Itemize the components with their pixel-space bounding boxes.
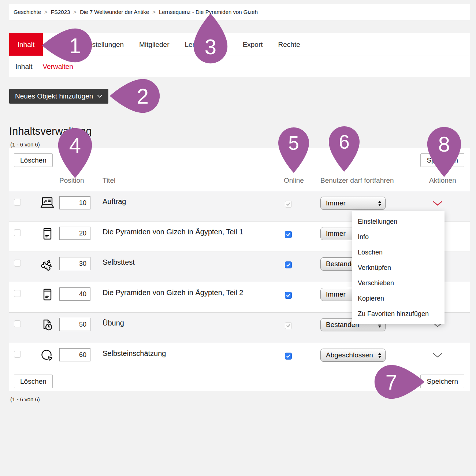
learning-module-icon (39, 286, 56, 303)
column-header-title: Titel (103, 176, 115, 185)
position-input[interactable] (59, 257, 90, 270)
row-select-checkbox[interactable] (14, 229, 21, 236)
page: Geschichte > FS2023 > Die 7 Weltwunder d… (0, 0, 476, 476)
select-stepper-icon (378, 353, 381, 358)
menu-item-verschieben[interactable]: Verschieben (352, 275, 445, 291)
marker-number: 7 (371, 362, 412, 402)
proceed-select-value: Abgeschlossen (326, 351, 373, 359)
delete-button-bottom[interactable]: Löschen (14, 375, 53, 388)
row-select-checkbox[interactable] (14, 351, 21, 358)
tab-mitglieder[interactable]: Mitglieder (131, 33, 177, 56)
online-checkbox[interactable] (285, 201, 292, 208)
marker-number: 8 (424, 124, 464, 164)
actions-dropdown-menu: Einstellungen Info Löschen Verknüpfen Ve… (352, 211, 445, 324)
item-title: Die Pyramiden von Gizeh in Ägypten, Teil… (103, 228, 243, 236)
breadcrumb-separator: > (73, 9, 77, 15)
online-checkbox[interactable] (285, 353, 292, 360)
add-new-object-button[interactable]: Neues Objekt hinzufügen (9, 89, 108, 104)
menu-item-loeschen[interactable]: Löschen (352, 245, 445, 260)
delete-button-top[interactable]: Löschen (14, 153, 53, 167)
tab-rechte[interactable]: Rechte (271, 33, 308, 56)
assignment-laptop-icon (39, 195, 56, 212)
row-select-checkbox[interactable] (14, 260, 21, 267)
item-title: Die Pyramiden von Gizeh in Ägypten, Teil… (103, 289, 243, 297)
tab-inhalt[interactable]: Inhalt (9, 33, 43, 56)
proceed-select[interactable]: Abgeschlossen (320, 349, 386, 362)
chevron-down-icon (97, 94, 103, 98)
menu-item-verknuepfen[interactable]: Verknüpfen (352, 260, 445, 275)
proceed-select[interactable]: Immer (320, 197, 386, 210)
marker-number: 2 (123, 76, 163, 116)
exercise-deadline-icon (39, 317, 56, 334)
breadcrumb-item[interactable]: FS2023 (51, 9, 70, 15)
breadcrumb: Geschichte > FS2023 > Die 7 Weltwunder d… (9, 4, 470, 20)
actions-chevron-icon[interactable] (432, 352, 443, 358)
proceed-select-value: Immer (326, 199, 346, 207)
row-select-checkbox[interactable] (14, 290, 21, 297)
marker-number: 6 (326, 123, 362, 160)
position-input[interactable] (59, 227, 90, 240)
marker-number: 5 (275, 124, 312, 161)
proceed-select-value: Immer (326, 230, 346, 238)
menu-item-info[interactable]: Info (352, 229, 445, 245)
online-checkbox[interactable] (285, 322, 292, 329)
online-checkbox[interactable] (285, 292, 292, 299)
marker-number: 4 (55, 125, 95, 165)
breadcrumb-item[interactable]: Die 7 Weltwunder der Antike (80, 9, 149, 15)
row-select-checkbox[interactable] (14, 199, 21, 206)
position-input[interactable] (59, 287, 90, 301)
proceed-select-value: Immer (326, 290, 346, 298)
online-checkbox[interactable] (285, 231, 292, 238)
subtab-inhalt[interactable]: Inhalt (15, 63, 32, 71)
position-input[interactable] (59, 196, 90, 209)
item-title: Auftrag (103, 197, 126, 206)
item-title: Selbsttest (103, 258, 135, 267)
survey-pie-icon (39, 347, 56, 364)
select-stepper-icon (378, 201, 381, 206)
add-new-object-label: Neues Objekt hinzufügen (15, 92, 93, 100)
column-header-proceed: Benutzer darf fortfahren (320, 176, 394, 185)
menu-item-zu-favoriten[interactable]: Zu Favoriten hinzufügen (352, 306, 445, 321)
actions-chevron-icon[interactable] (432, 200, 443, 206)
breadcrumb-item[interactable]: Geschichte (14, 9, 41, 15)
online-checkbox[interactable] (285, 261, 292, 268)
marker-number: 1 (55, 25, 95, 66)
item-title: Selbsteinschätzung (103, 349, 166, 358)
column-header-online: Online (284, 176, 304, 185)
learning-module-icon (39, 226, 56, 242)
menu-item-einstellungen[interactable]: Einstellungen (352, 214, 445, 229)
result-count-top: (1 - 6 von 6) (10, 141, 40, 148)
row-select-checkbox[interactable] (14, 320, 21, 327)
breadcrumb-separator: > (152, 9, 156, 15)
menu-item-kopieren[interactable]: Kopieren (352, 291, 445, 306)
item-title: Übung (103, 319, 124, 327)
breadcrumb-separator: > (44, 9, 48, 15)
position-input[interactable] (59, 318, 90, 331)
result-count-bottom: (1 - 6 von 6) (10, 396, 40, 402)
position-input[interactable] (59, 348, 90, 361)
tab-export[interactable]: Export (235, 33, 271, 56)
selftest-puzzle-icon (39, 256, 56, 273)
marker-number: 3 (190, 26, 231, 67)
